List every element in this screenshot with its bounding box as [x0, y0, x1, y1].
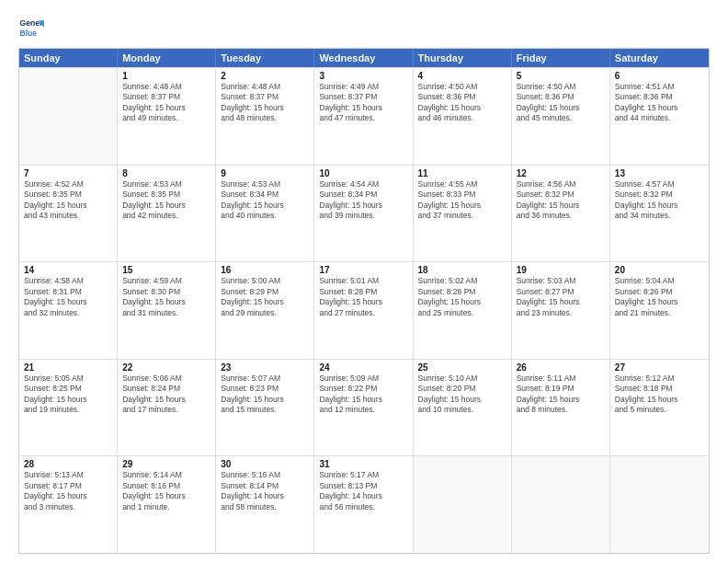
day-info: Sunrise: 4:48 AM Sunset: 8:37 PM Dayligh… — [122, 82, 210, 124]
day-number: 30 — [221, 459, 309, 469]
day-info: Sunrise: 5:07 AM Sunset: 8:23 PM Dayligh… — [221, 373, 309, 416]
calendar-cell: 5Sunrise: 4:50 AM Sunset: 8:36 PM Daylig… — [512, 68, 610, 165]
day-number: 12 — [517, 168, 605, 178]
day-number: 6 — [615, 71, 704, 81]
day-number: 15 — [122, 265, 210, 275]
day-number: 17 — [319, 265, 407, 275]
day-number: 4 — [418, 71, 506, 81]
day-number: 20 — [615, 265, 704, 275]
calendar-cell: 29Sunrise: 5:14 AM Sunset: 8:16 PM Dayli… — [118, 456, 216, 553]
day-info: Sunrise: 5:05 AM Sunset: 8:25 PM Dayligh… — [24, 373, 112, 416]
day-info: Sunrise: 5:16 AM Sunset: 8:14 PM Dayligh… — [221, 470, 309, 512]
day-info: Sunrise: 4:58 AM Sunset: 8:31 PM Dayligh… — [24, 276, 112, 318]
day-number: 23 — [221, 362, 309, 373]
calendar-cell: 4Sunrise: 4:50 AM Sunset: 8:36 PM Daylig… — [414, 68, 512, 165]
day-info: Sunrise: 4:55 AM Sunset: 8:33 PM Dayligh… — [418, 179, 506, 222]
day-number: 25 — [418, 362, 506, 373]
calendar-cell: 2Sunrise: 4:48 AM Sunset: 8:37 PM Daylig… — [216, 68, 314, 165]
calendar-cell: 10Sunrise: 4:54 AM Sunset: 8:34 PM Dayli… — [314, 166, 413, 262]
calendar-cell: 20Sunrise: 5:04 AM Sunset: 8:26 PM Dayli… — [610, 262, 709, 359]
calendar-row-3: 21Sunrise: 5:05 AM Sunset: 8:25 PM Dayli… — [19, 359, 709, 456]
calendar-body: 1Sunrise: 4:48 AM Sunset: 8:37 PM Daylig… — [19, 67, 709, 553]
calendar-cell: 18Sunrise: 5:02 AM Sunset: 8:28 PM Dayli… — [414, 262, 512, 359]
calendar-cell: 26Sunrise: 5:11 AM Sunset: 8:19 PM Dayli… — [512, 360, 610, 456]
day-number: 18 — [418, 265, 506, 275]
day-info: Sunrise: 4:53 AM Sunset: 8:34 PM Dayligh… — [221, 179, 309, 222]
day-info: Sunrise: 5:02 AM Sunset: 8:28 PM Dayligh… — [418, 276, 506, 318]
day-info: Sunrise: 5:17 AM Sunset: 8:13 PM Dayligh… — [319, 470, 407, 512]
day-number: 1 — [122, 71, 210, 81]
calendar-cell: 31Sunrise: 5:17 AM Sunset: 8:13 PM Dayli… — [314, 456, 413, 553]
day-number: 26 — [517, 362, 605, 373]
calendar-row-1: 7Sunrise: 4:52 AM Sunset: 8:35 PM Daylig… — [19, 165, 709, 262]
day-info: Sunrise: 4:54 AM Sunset: 8:34 PM Dayligh… — [319, 179, 407, 222]
day-number: 8 — [122, 168, 210, 178]
day-number: 31 — [319, 459, 407, 469]
day-number: 28 — [24, 459, 112, 469]
svg-text:Blue: Blue — [20, 29, 38, 38]
calendar: SundayMondayTuesdayWednesdayThursdayFrid… — [18, 48, 710, 554]
day-number: 19 — [517, 265, 605, 275]
calendar-row-0: 1Sunrise: 4:48 AM Sunset: 8:37 PM Daylig… — [19, 67, 709, 165]
calendar-cell: 16Sunrise: 5:00 AM Sunset: 8:29 PM Dayli… — [216, 262, 314, 359]
weekday-header-wednesday: Wednesday — [314, 49, 413, 67]
day-info: Sunrise: 4:57 AM Sunset: 8:32 PM Dayligh… — [615, 179, 704, 222]
page: General Blue SundayMondayTuesdayWednesda… — [0, 0, 728, 563]
calendar-cell: 17Sunrise: 5:01 AM Sunset: 8:28 PM Dayli… — [314, 262, 413, 359]
weekday-header-friday: Friday — [512, 49, 610, 67]
weekday-header-tuesday: Tuesday — [216, 49, 314, 67]
day-info: Sunrise: 5:10 AM Sunset: 8:20 PM Dayligh… — [418, 373, 506, 416]
day-number: 10 — [319, 168, 407, 178]
day-info: Sunrise: 4:50 AM Sunset: 8:36 PM Dayligh… — [517, 82, 605, 124]
calendar-cell: 14Sunrise: 4:58 AM Sunset: 8:31 PM Dayli… — [19, 262, 118, 359]
calendar-cell: 3Sunrise: 4:49 AM Sunset: 8:37 PM Daylig… — [314, 68, 413, 165]
day-number: 5 — [517, 71, 605, 81]
calendar-cell: 6Sunrise: 4:51 AM Sunset: 8:36 PM Daylig… — [610, 68, 709, 165]
calendar-cell: 15Sunrise: 4:59 AM Sunset: 8:30 PM Dayli… — [118, 262, 216, 359]
day-number: 9 — [221, 168, 309, 178]
calendar-cell: 8Sunrise: 4:53 AM Sunset: 8:35 PM Daylig… — [118, 166, 216, 262]
header: General Blue — [18, 15, 710, 40]
day-info: Sunrise: 5:13 AM Sunset: 8:17 PM Dayligh… — [24, 470, 112, 512]
day-info: Sunrise: 4:49 AM Sunset: 8:37 PM Dayligh… — [319, 82, 407, 124]
calendar-cell — [19, 68, 118, 165]
day-info: Sunrise: 4:59 AM Sunset: 8:30 PM Dayligh… — [122, 276, 210, 318]
day-info: Sunrise: 4:51 AM Sunset: 8:36 PM Dayligh… — [615, 82, 704, 124]
day-number: 29 — [122, 459, 210, 469]
day-info: Sunrise: 5:11 AM Sunset: 8:19 PM Dayligh… — [517, 373, 605, 416]
day-info: Sunrise: 5:04 AM Sunset: 8:26 PM Dayligh… — [615, 276, 704, 318]
day-number: 3 — [319, 71, 407, 81]
svg-text:General: General — [20, 18, 44, 28]
calendar-cell: 19Sunrise: 5:03 AM Sunset: 8:27 PM Dayli… — [512, 262, 610, 359]
day-number: 16 — [221, 265, 309, 275]
day-info: Sunrise: 5:09 AM Sunset: 8:22 PM Dayligh… — [319, 373, 407, 416]
day-number: 21 — [24, 362, 112, 373]
calendar-cell: 27Sunrise: 5:12 AM Sunset: 8:18 PM Dayli… — [610, 360, 709, 456]
day-number: 22 — [122, 362, 210, 373]
day-number: 27 — [615, 362, 704, 373]
day-info: Sunrise: 4:48 AM Sunset: 8:37 PM Dayligh… — [221, 82, 309, 124]
day-info: Sunrise: 5:06 AM Sunset: 8:24 PM Dayligh… — [122, 373, 210, 416]
weekday-header-saturday: Saturday — [610, 49, 709, 67]
calendar-cell: 11Sunrise: 4:55 AM Sunset: 8:33 PM Dayli… — [414, 166, 512, 262]
day-number: 24 — [319, 362, 407, 373]
day-number: 7 — [24, 168, 112, 178]
calendar-cell — [512, 456, 610, 553]
day-number: 13 — [615, 168, 704, 178]
weekday-header-sunday: Sunday — [19, 49, 118, 67]
weekday-header-thursday: Thursday — [414, 49, 512, 67]
calendar-cell: 9Sunrise: 4:53 AM Sunset: 8:34 PM Daylig… — [216, 166, 314, 262]
calendar-cell: 1Sunrise: 4:48 AM Sunset: 8:37 PM Daylig… — [118, 68, 216, 165]
weekday-header-monday: Monday — [118, 49, 216, 67]
calendar-row-4: 28Sunrise: 5:13 AM Sunset: 8:17 PM Dayli… — [19, 455, 709, 553]
calendar-cell: 24Sunrise: 5:09 AM Sunset: 8:22 PM Dayli… — [314, 360, 413, 456]
calendar-cell: 28Sunrise: 5:13 AM Sunset: 8:17 PM Dayli… — [19, 456, 118, 553]
calendar-cell: 30Sunrise: 5:16 AM Sunset: 8:14 PM Dayli… — [216, 456, 314, 553]
day-info: Sunrise: 4:50 AM Sunset: 8:36 PM Dayligh… — [418, 82, 506, 124]
calendar-cell: 25Sunrise: 5:10 AM Sunset: 8:20 PM Dayli… — [414, 360, 512, 456]
logo: General Blue — [18, 15, 42, 40]
day-info: Sunrise: 5:12 AM Sunset: 8:18 PM Dayligh… — [615, 373, 704, 416]
logo-icon: General Blue — [18, 15, 44, 40]
day-number: 2 — [221, 71, 309, 81]
day-info: Sunrise: 5:00 AM Sunset: 8:29 PM Dayligh… — [221, 276, 309, 318]
